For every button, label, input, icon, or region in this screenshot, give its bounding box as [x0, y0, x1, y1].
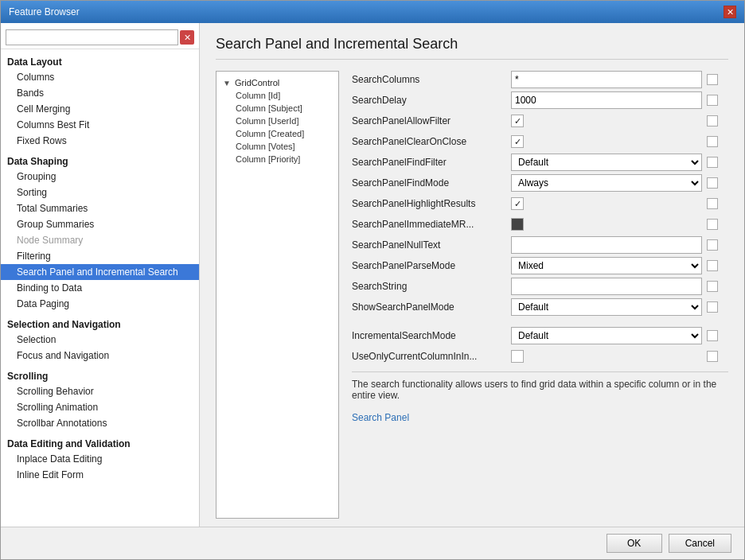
sidebar-item-data-paging[interactable]: Data Paging — [1, 296, 199, 312]
search-panel-clear-on-close-checkbox[interactable] — [511, 135, 524, 148]
prop-label-search-panel-clear-on-close: SearchPanelClearOnClose — [352, 136, 511, 147]
prop-label-search-panel-find-filter: SearchPanelFindFilter — [352, 157, 511, 168]
footer: OK Cancel — [1, 527, 744, 559]
prop-value-highlight-results — [511, 197, 702, 210]
tree-item-created[interactable]: Column [Created] — [220, 127, 335, 140]
prop-value-search-panel-allow-filter — [511, 115, 702, 127]
close-button[interactable]: ✕ — [724, 6, 736, 18]
prop-label-use-only-current-column: UseOnlyCurrentColumnInIn... — [352, 351, 511, 362]
prop-side-check-search-string[interactable] — [707, 281, 718, 292]
prop-side-check-highlight-results[interactable] — [707, 198, 718, 209]
prop-label-highlight-results: SearchPanelHighlightResults — [352, 198, 511, 209]
prop-side-check-search-delay[interactable] — [707, 95, 718, 106]
tree-item-priority[interactable]: Column [Priority] — [220, 153, 335, 165]
prop-side-check-null-text[interactable] — [707, 239, 718, 251]
prop-label-null-text: SearchPanelNullText — [352, 239, 511, 251]
sidebar-item-selection[interactable]: Selection — [1, 332, 199, 348]
search-input[interactable] — [6, 29, 178, 45]
tree-root-label: GridControl — [235, 78, 279, 88]
sidebar-item-focus-navigation[interactable]: Focus and Navigation — [1, 348, 199, 364]
prop-search-panel-find-mode: SearchPanelFindMode Always OnEnter Defau… — [352, 174, 728, 192]
prop-label-search-columns: SearchColumns — [352, 74, 511, 85]
sidebar-item-columns-best-fit[interactable]: Columns Best Fit — [1, 117, 199, 133]
sidebar-item-scrolling-animation[interactable]: Scrolling Animation — [1, 399, 199, 415]
search-panel-link[interactable]: Search Panel — [352, 412, 409, 423]
prop-side-check-incremental-search-mode[interactable] — [707, 330, 718, 341]
tree-item-subject[interactable]: Column [Subject] — [220, 102, 335, 115]
sidebar-item-grouping[interactable]: Grouping — [1, 169, 199, 185]
use-only-current-column-checkbox[interactable] — [511, 350, 524, 363]
prop-value-immediate-mr — [511, 218, 702, 231]
ok-button[interactable]: OK — [607, 534, 662, 553]
tree-item-id[interactable]: Column [Id] — [220, 89, 335, 102]
dialog-title: Feature Browser — [9, 6, 80, 18]
search-panel-find-filter-select[interactable]: Default Contains StartsWith — [511, 154, 702, 171]
feature-browser-dialog: Feature Browser ✕ ✕ Data Layout Columns … — [0, 0, 745, 560]
sidebar-item-search-panel[interactable]: Search Panel and Incremental Search — [1, 264, 199, 280]
tree-item-userid[interactable]: Column [UserId] — [220, 115, 335, 127]
description-area: The search functionality allows users to… — [352, 371, 728, 423]
prop-value-incremental-search-mode: Default Simple Contains — [511, 327, 702, 344]
category-selection-navigation: Selection and Navigation — [1, 315, 199, 332]
highlight-results-checkbox[interactable] — [511, 197, 524, 210]
sidebar-item-total-summaries[interactable]: Total Summaries — [1, 200, 199, 216]
null-text-input[interactable] — [511, 236, 702, 254]
sidebar-item-columns[interactable]: Columns — [1, 69, 199, 85]
parse-mode-select[interactable]: Mixed Default Simple — [511, 257, 702, 274]
prop-side-check-show-search-panel-mode[interactable] — [707, 301, 718, 313]
prop-side-check-find-mode[interactable] — [707, 177, 718, 189]
sidebar-item-binding-to-data[interactable]: Binding to Data — [1, 280, 199, 296]
prop-side-check-search-columns[interactable] — [707, 74, 718, 85]
prop-search-columns: SearchColumns — [352, 71, 728, 88]
sidebar-item-fixed-rows[interactable]: Fixed Rows — [1, 133, 199, 149]
prop-label-incremental-search-mode: IncrementalSearchMode — [352, 330, 511, 341]
description-text: The search functionality allows users to… — [352, 379, 728, 401]
prop-side-check-clear-on-close[interactable] — [707, 136, 718, 147]
sidebar-item-inplace-data-editing[interactable]: Inplace Data Editing — [1, 451, 199, 467]
tree-collapse-icon: ▼ — [223, 79, 231, 88]
sidebar-item-filtering[interactable]: Filtering — [1, 248, 199, 264]
sidebar-item-scrolling-behavior[interactable]: Scrolling Behavior — [1, 383, 199, 399]
prop-value-null-text — [511, 236, 702, 254]
prop-search-panel-find-filter: SearchPanelFindFilter Default Contains S… — [352, 154, 728, 171]
prop-search-panel-clear-on-close: SearchPanelClearOnClose — [352, 133, 728, 150]
prop-label-parse-mode: SearchPanelParseMode — [352, 260, 511, 271]
prop-side-check-parse-mode[interactable] — [707, 260, 718, 271]
incremental-search-mode-select[interactable]: Default Simple Contains — [511, 327, 702, 344]
cancel-button[interactable]: Cancel — [669, 534, 731, 553]
tree-item-votes[interactable]: Column [Votes] — [220, 140, 335, 153]
immediate-mr-checkbox[interactable] — [511, 218, 524, 231]
tree-root[interactable]: ▼ GridControl — [220, 76, 335, 89]
sidebar-item-cell-merging[interactable]: Cell Merging — [1, 101, 199, 117]
sidebar-item-inline-edit-form[interactable]: Inline Edit Form — [1, 467, 199, 483]
category-data-shaping: Data Shaping — [1, 152, 199, 169]
prop-use-only-current-column: UseOnlyCurrentColumnInIn... — [352, 348, 728, 365]
search-string-input[interactable] — [511, 278, 702, 295]
title-bar: Feature Browser ✕ — [1, 1, 744, 23]
search-panel-find-mode-select[interactable]: Always OnEnter Default — [511, 174, 702, 192]
prop-label-immediate-mr: SearchPanelImmediateMR... — [352, 219, 511, 230]
sidebar-item-bands[interactable]: Bands — [1, 85, 199, 101]
prop-value-search-panel-find-mode: Always OnEnter Default — [511, 174, 702, 192]
search-delay-input[interactable] — [511, 91, 702, 109]
sidebar-item-node-summary[interactable]: Node Summary — [1, 232, 199, 248]
sidebar-item-group-summaries[interactable]: Group Summaries — [1, 216, 199, 232]
prop-value-search-panel-find-filter: Default Contains StartsWith — [511, 154, 702, 171]
prop-search-string: SearchString — [352, 278, 728, 295]
prop-side-check-allow-filter[interactable] — [707, 115, 718, 126]
show-search-panel-mode-select[interactable]: Default Always Never — [511, 298, 702, 316]
sidebar: ✕ Data Layout Columns Bands Cell Merging… — [1, 23, 200, 527]
prop-side-check-find-filter[interactable] — [707, 157, 718, 168]
prop-value-use-only-current-column — [511, 350, 702, 363]
prop-side-check-use-only-current-column[interactable] — [707, 351, 718, 362]
search-clear-button[interactable]: ✕ — [180, 30, 194, 45]
prop-side-check-immediate-mr[interactable] — [707, 219, 718, 230]
sidebar-item-sorting[interactable]: Sorting — [1, 185, 199, 200]
prop-label-search-panel-find-mode: SearchPanelFindMode — [352, 177, 511, 189]
main-panel: Search Panel and Incremental Search ▼ Gr… — [200, 23, 744, 527]
prop-label-search-panel-allow-filter: SearchPanelAllowFilter — [352, 115, 511, 126]
search-columns-input[interactable] — [511, 71, 702, 88]
dialog-content: ✕ Data Layout Columns Bands Cell Merging… — [1, 23, 744, 527]
sidebar-item-scrollbar-annotations[interactable]: Scrollbar Annotations — [1, 415, 199, 431]
search-panel-allow-filter-checkbox[interactable] — [511, 115, 524, 127]
